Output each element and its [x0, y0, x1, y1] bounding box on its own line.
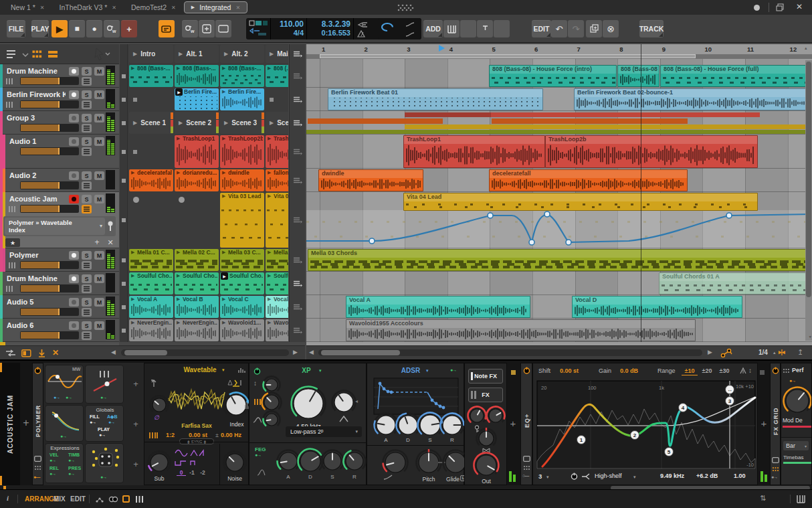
updown-icon[interactable]: ↕: [748, 367, 755, 375]
clip-overdub-button[interactable]: [199, 20, 215, 37]
range-option[interactable]: ±10: [682, 367, 698, 375]
power-icon[interactable]: [253, 367, 261, 375]
metronome-icon[interactable]: [357, 30, 366, 37]
loop-region[interactable]: [320, 54, 696, 58]
arranger-clip[interactable]: 808 (Bass-08) - House Force (intro): [489, 65, 617, 87]
track-menu-button[interactable]: [82, 147, 92, 156]
macro-knob[interactable]: [782, 386, 812, 416]
clip-cell[interactable]: ▶Trash...: [266, 135, 288, 168]
track-stop-button[interactable]: [122, 150, 126, 154]
mute-button[interactable]: M: [94, 90, 104, 99]
power-icon[interactable]: [772, 367, 779, 374]
stop-all-clips-icon[interactable]: ✕: [52, 348, 62, 357]
keyboard-icon[interactable]: [796, 495, 805, 503]
volume-fader[interactable]: [20, 77, 79, 85]
clip-cell[interactable]: ▶dorianredu...: [175, 169, 219, 191]
solo-button[interactable]: S: [82, 251, 92, 260]
dice-icon[interactable]: [91, 448, 119, 471]
noise-knob[interactable]: [222, 450, 247, 475]
band-type-value[interactable]: High-shelf: [595, 473, 633, 481]
expressions-cell[interactable]: ExpressionsVEL●→TIMB●→REL●→PRES●→: [45, 443, 84, 483]
group-scene-cell[interactable]: ▶Scene 2: [175, 112, 219, 134]
dice-cell[interactable]: ●→: [85, 443, 124, 483]
transport-play-button[interactable]: ▶: [52, 20, 68, 37]
track-row[interactable]: Drum MachineSM: [0, 64, 119, 88]
folder-icon[interactable]: [34, 378, 41, 384]
automation-curve[interactable]: [306, 210, 812, 248]
chevron-down-icon[interactable]: ▾: [546, 475, 552, 481]
mod-route-icon[interactable]: ●→: [68, 458, 80, 464]
track-row[interactable]: Audio 5SM: [0, 295, 119, 319]
range-option[interactable]: ±30: [716, 367, 732, 375]
spread-knob[interactable]: [475, 427, 498, 450]
launcher-scroll-left-icon[interactable]: ◀: [111, 349, 119, 357]
track-row[interactable]: Acoustic JamSMPolymer » WavetableIndex▾★…: [0, 192, 119, 248]
tab-close-icon[interactable]: ✕: [235, 5, 240, 11]
adsr-envelope-display[interactable]: [374, 378, 458, 414]
sub-octave-option[interactable]: -1: [187, 469, 197, 476]
track-stop-button[interactable]: [122, 179, 126, 183]
scroll-up-icon[interactable]: ▴: [805, 46, 811, 52]
arranger-clip[interactable]: TrashLoop2b: [545, 135, 758, 168]
mod-route-icon[interactable]: ●→: [49, 458, 62, 464]
mod-route-icon[interactable]: ●→: [789, 378, 801, 384]
xp-title[interactable]: XP: [296, 367, 316, 375]
automation-level-icon[interactable]: [720, 347, 733, 359]
track-menu-button[interactable]: [82, 261, 92, 270]
list-view-icon[interactable]: [48, 50, 58, 58]
add-favorite-button[interactable]: +: [92, 238, 102, 247]
tab-New 1 *[interactable]: New 1 *✕: [4, 0, 51, 15]
punch-in-icon[interactable]: [357, 21, 370, 28]
mod-route-icon[interactable]: ●→: [100, 395, 112, 401]
group-scene-cell[interactable]: ▶Scen: [266, 112, 288, 134]
arr-scroll-left-icon[interactable]: ◀: [309, 349, 317, 357]
transport-record-button[interactable]: ●: [86, 20, 102, 37]
volume-fader[interactable]: [20, 147, 79, 155]
mod-wheel-cell[interactable]: MW●→●→: [45, 365, 84, 404]
out-knob[interactable]: [472, 451, 500, 479]
clip-cell[interactable]: ▶808 (...: [266, 65, 288, 87]
mute-button[interactable]: M: [94, 321, 104, 330]
wavetable-display[interactable]: [169, 378, 225, 420]
alt-launch-icon[interactable]: [293, 280, 303, 288]
alt-launch-icon[interactable]: [293, 96, 303, 104]
alt-launch-icon[interactable]: [293, 148, 303, 156]
curve-knob[interactable]: [381, 448, 409, 477]
track-list-menu-icon[interactable]: [5, 48, 28, 60]
fx-button[interactable]: FX: [468, 388, 503, 402]
add-device-button[interactable]: +: [758, 413, 770, 433]
sub-shape-icons[interactable]: [174, 448, 213, 467]
record-arm-button[interactable]: [69, 67, 79, 76]
phase-knob[interactable]: [148, 394, 170, 416]
unison-icons[interactable]: [226, 379, 245, 386]
add-button[interactable]: ADD: [423, 20, 443, 37]
solo-button[interactable]: S: [82, 90, 92, 99]
crossfade-icon[interactable]: [5, 349, 16, 357]
file-button[interactable]: FILE: [7, 20, 25, 37]
bounce-button[interactable]: [477, 20, 493, 37]
solo-button[interactable]: S: [82, 67, 92, 76]
undo-button[interactable]: ↶: [551, 20, 567, 37]
overdub-button[interactable]: +: [121, 20, 137, 37]
view-tab-mix[interactable]: MIX: [54, 495, 70, 503]
record-arm-button[interactable]: [69, 137, 79, 146]
wavetable-title[interactable]: Wavetable: [177, 366, 223, 374]
scroll-down-icon[interactable]: ▴: [805, 333, 811, 340]
launcher-scroll-right-icon[interactable]: ▶: [293, 349, 301, 357]
launcher-overdub-button[interactable]: [159, 20, 175, 37]
group-scene-cell[interactable]: ▶Scene 3: [220, 112, 264, 134]
envelope-cell[interactable]: ●→: [45, 405, 84, 442]
mod-route-icon[interactable]: ●→: [66, 395, 78, 401]
focus-panel-icon[interactable]: [122, 495, 130, 503]
macro-label[interactable]: Mod De: [783, 417, 812, 424]
arranger-clip[interactable]: TrashLoop1: [403, 135, 545, 168]
clip-cell[interactable]: ▶Berlin Fire...: [220, 88, 264, 110]
feg-r-knob[interactable]: [342, 448, 367, 474]
arranger-clip[interactable]: Berlin Firework Beat 01: [328, 88, 543, 110]
track-stop-button[interactable]: [122, 282, 126, 286]
track-menu-button[interactable]: [82, 181, 92, 190]
clip-cell[interactable]: ▶dwindle: [220, 169, 264, 191]
track-stop-button[interactable]: [122, 329, 126, 333]
clip-automation-write-button[interactable]: w: [182, 20, 198, 37]
mute-button[interactable]: M: [94, 171, 104, 180]
